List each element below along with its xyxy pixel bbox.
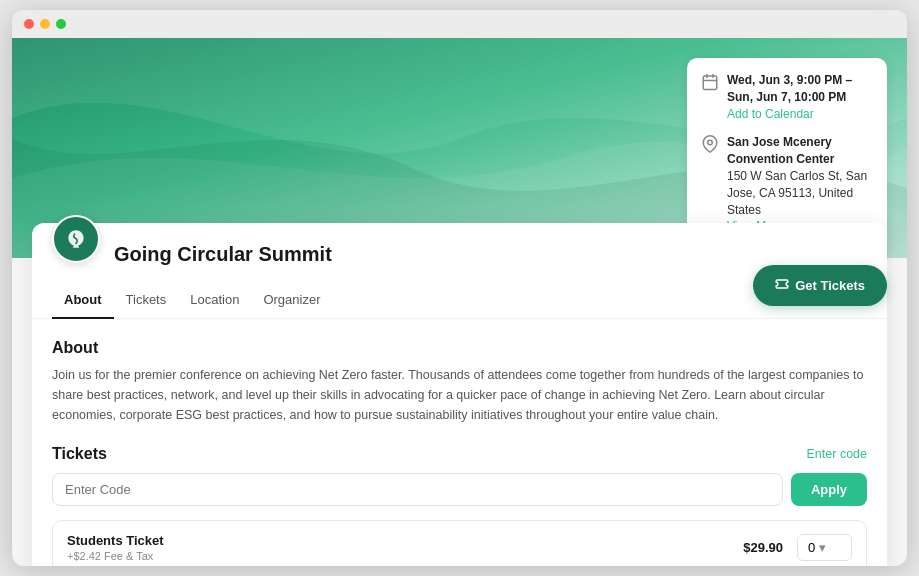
content-area: About Join us for the premier conference… [32,319,887,566]
code-input-row: Apply [52,473,867,506]
tickets-title: Tickets [52,445,107,463]
ticket-fee: +$2.42 Fee & Tax [67,550,164,562]
ticket-qty: 0 ▾ [797,534,852,561]
tab-location[interactable]: Location [178,282,251,319]
ticket-icon [775,277,789,294]
tab-about[interactable]: About [52,282,114,319]
about-title: About [52,339,867,357]
event-header: Going Circular Summit [32,223,887,270]
svg-point-6 [74,231,77,234]
fullscreen-dot[interactable] [56,19,66,29]
tab-organizer[interactable]: Organizer [251,282,332,319]
tab-tickets[interactable]: Tickets [114,282,179,319]
browser-window: Wed, Jun 3, 9:00 PM – Sun, Jun 7, 10:00 … [12,10,907,566]
minimize-dot[interactable] [40,19,50,29]
code-input[interactable] [52,473,783,506]
close-dot[interactable] [24,19,34,29]
ticket-row: Students Ticket +$2.42 Fee & Tax $29.90 … [52,520,867,566]
apply-button[interactable]: Apply [791,473,867,506]
get-tickets-button[interactable]: Get Tickets [753,265,887,306]
enter-code-link[interactable]: Enter code [807,447,867,461]
event-title: Going Circular Summit [114,243,332,266]
about-section: About Join us for the premier conference… [52,339,867,425]
browser-chrome [12,10,907,38]
about-description: Join us for the premier conference on ac… [52,365,867,425]
quantity-selector[interactable]: 0 ▾ [797,534,852,561]
ticket-price: $29.90 [743,540,783,555]
get-tickets-label: Get Tickets [795,278,865,293]
qty-value: 0 [808,540,815,555]
tickets-section: Tickets Enter code Apply Students Ticket… [52,445,867,566]
ticket-name: Students Ticket [67,533,164,548]
chevron-down-icon: ▾ [819,540,826,555]
page-content: Wed, Jun 3, 9:00 PM – Sun, Jun 7, 10:00 … [12,38,907,566]
event-logo [52,215,100,263]
ticket-info: Students Ticket +$2.42 Fee & Tax [67,533,164,562]
